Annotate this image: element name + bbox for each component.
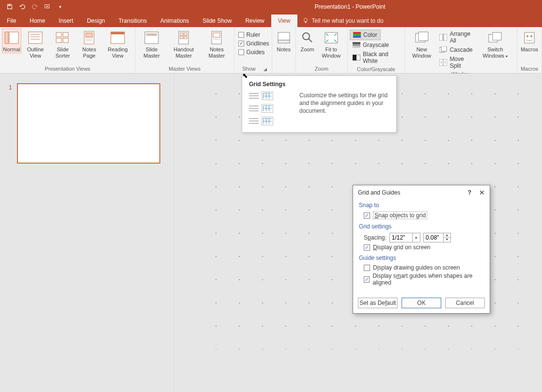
black-white-button[interactable]: Black and White	[350, 50, 403, 65]
arrange-all-button[interactable]: Arrange All	[436, 30, 475, 45]
svg-rect-6	[29, 32, 42, 44]
svg-rect-42	[353, 55, 356, 60]
notes-page-button[interactable]: Notes Page	[76, 29, 103, 59]
quick-access-toolbar: ▾	[0, 3, 64, 11]
cascade-button[interactable]: Cascade	[436, 45, 475, 55]
display-grid-checkbox[interactable]: Display grid on screen	[364, 244, 484, 251]
guide-settings-label: Guide settings	[359, 255, 484, 261]
normal-view-button[interactable]: Normal	[2, 29, 21, 53]
svg-rect-35	[353, 32, 361, 34]
color-icon	[353, 31, 361, 39]
outline-view-button[interactable]: Outline View	[21, 29, 49, 59]
spin-down-icon[interactable]: ▼	[444, 238, 450, 242]
window-title: Presentation1 - PowerPoint	[315, 3, 386, 10]
grayscale-icon	[353, 41, 360, 49]
svg-rect-39	[353, 44, 360, 46]
help-icon[interactable]: ?	[468, 189, 471, 196]
ruler-checkbox[interactable]: Ruler	[236, 30, 263, 39]
svg-rect-15	[86, 33, 93, 37]
svg-rect-30	[278, 32, 290, 40]
qat-customize-icon[interactable]: ▾	[56, 3, 64, 11]
tab-animations[interactable]: Animations	[154, 15, 196, 27]
tooltip-title: Grid Settings	[249, 81, 389, 88]
reading-view-button[interactable]: Reading View	[102, 29, 133, 59]
start-from-beginning-icon[interactable]	[44, 3, 51, 11]
tooltip-preview	[249, 91, 293, 125]
notes-button[interactable]: Notes	[274, 29, 294, 53]
svg-rect-12	[56, 38, 62, 43]
tell-me[interactable]: Tell me what you want to do	[297, 15, 388, 27]
redo-icon[interactable]	[31, 3, 39, 11]
group-notes: Notes	[272, 27, 296, 73]
macros-button[interactable]: Macros	[519, 29, 540, 53]
grid-settings-tooltip: Grid Settings Customize the settings for…	[242, 75, 397, 133]
checkbox-icon	[364, 276, 370, 283]
svg-rect-19	[111, 32, 124, 34]
new-window-button[interactable]: New Window	[407, 29, 436, 59]
snap-objects-checkbox[interactable]: Snap objects to grid	[364, 211, 484, 219]
tab-design[interactable]: Design	[80, 15, 111, 27]
chevron-down-icon: ▾	[506, 54, 508, 59]
spacing-spinner[interactable]: ▲▼	[423, 233, 451, 242]
group-label: Macros	[521, 65, 538, 73]
group-label: Color/Grayscale	[357, 65, 395, 74]
guides-checkbox[interactable]: Guides	[236, 48, 267, 57]
grayscale-button[interactable]: Grayscale	[350, 40, 392, 50]
set-as-default-button[interactable]: Set as Default	[358, 298, 398, 308]
chevron-down-icon[interactable]: ▾	[412, 233, 420, 242]
display-smart-guides-checkbox[interactable]: Display smart guides when shapes are ali…	[364, 272, 484, 286]
dialog-title: Grid and Guides	[358, 189, 400, 196]
spacing-value-input[interactable]	[424, 234, 443, 241]
tab-transitions[interactable]: Transitions	[112, 15, 154, 27]
slide-thumbnail[interactable]	[17, 83, 160, 164]
spacing-combo-input[interactable]	[390, 234, 412, 241]
close-icon[interactable]: ✕	[479, 189, 485, 196]
move-split-icon	[439, 59, 447, 66]
svg-rect-45	[439, 34, 443, 41]
slide-sorter-button[interactable]: Slide Sorter	[49, 29, 76, 59]
ok-button[interactable]: OK	[402, 298, 441, 308]
reading-view-icon	[110, 30, 125, 45]
fit-to-window-button[interactable]: Fit to Window	[317, 29, 345, 59]
notes-page-icon	[81, 30, 97, 45]
notes-master-button[interactable]: Notes Master	[201, 29, 232, 59]
gridlines-checkbox[interactable]: ✓Gridlines	[236, 39, 271, 48]
slide-master-button[interactable]: Slide Master	[138, 29, 166, 59]
display-drawing-guides-checkbox[interactable]: Display drawing guides on screen	[364, 264, 484, 271]
dialog-titlebar[interactable]: Grid and Guides ? ✕	[353, 185, 490, 200]
svg-rect-3	[305, 22, 306, 23]
spin-up-icon[interactable]: ▲	[444, 233, 450, 238]
bw-icon	[353, 54, 360, 61]
tab-home[interactable]: Home	[23, 15, 52, 27]
outline-view-icon	[28, 30, 43, 45]
macros-icon	[522, 30, 537, 45]
spacing-combo[interactable]: ▾	[389, 233, 420, 242]
grid-and-guides-dialog: Grid and Guides ? ✕ Snap to Snap objects…	[353, 185, 490, 314]
notes-icon	[276, 30, 292, 45]
move-split-button[interactable]: Move Split	[436, 55, 475, 70]
switch-windows-button[interactable]: Switch Windows ▾	[476, 29, 515, 60]
svg-line-33	[309, 39, 312, 42]
tab-insert[interactable]: Insert	[52, 15, 80, 27]
tab-file[interactable]: File	[0, 15, 23, 27]
tell-me-label: Tell me what you want to do	[312, 17, 384, 24]
group-label: Show	[236, 65, 262, 73]
handout-master-button[interactable]: Handout Master	[166, 29, 201, 59]
cancel-button[interactable]: Cancel	[445, 298, 485, 308]
checkbox-icon: ✓	[238, 41, 244, 46]
color-button[interactable]: Color	[350, 30, 381, 40]
undo-icon[interactable]	[18, 3, 26, 11]
checkbox-icon	[238, 49, 244, 55]
tab-slideshow[interactable]: Slide Show	[196, 15, 238, 27]
ribbon: Normal Outline View Slide Sorter Notes P…	[0, 27, 542, 74]
slide-thumbnail-panel[interactable]: 1	[0, 74, 174, 392]
tab-view[interactable]: View	[271, 15, 297, 27]
lightbulb-icon	[302, 17, 309, 24]
snap-to-label: Snap to	[359, 202, 484, 209]
show-dialog-launcher[interactable]: ◢	[262, 65, 269, 73]
cascade-icon	[439, 46, 447, 54]
thumbnail-row[interactable]: 1	[0, 83, 174, 164]
save-icon[interactable]	[6, 3, 14, 11]
zoom-button[interactable]: Zoom	[298, 29, 317, 53]
tab-review[interactable]: Review	[238, 15, 271, 27]
